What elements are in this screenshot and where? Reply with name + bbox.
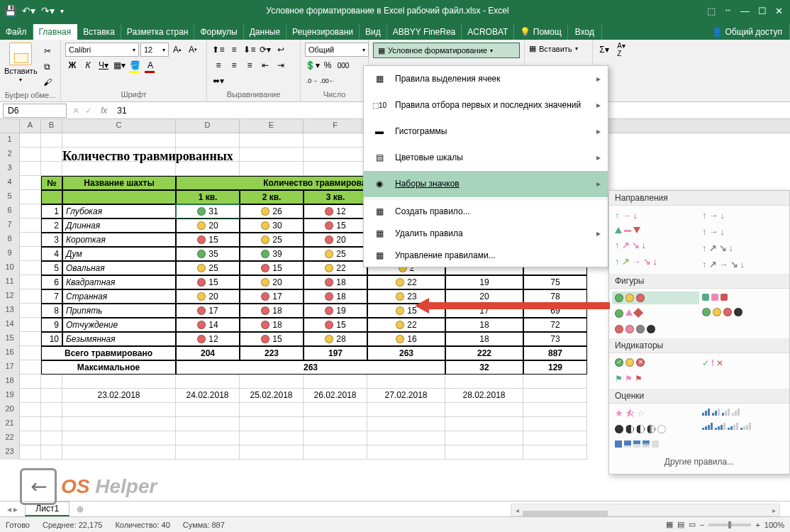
zoom-out-icon[interactable]: − xyxy=(700,521,704,529)
accept-formula-icon[interactable]: ✓ xyxy=(82,106,95,116)
cf-highlight-rules[interactable]: ▦Правила выделения ячеек▸ xyxy=(364,66,608,92)
cell[interactable] xyxy=(304,445,367,460)
shrink-font-icon[interactable]: A▾ xyxy=(186,43,200,57)
cell[interactable] xyxy=(367,417,445,431)
cell[interactable] xyxy=(41,431,62,445)
iconset-3-triangles[interactable] xyxy=(612,225,699,235)
iconset-3-arrows-color[interactable]: ↑→↓ xyxy=(612,209,699,222)
maximize-icon[interactable]: ☐ xyxy=(758,6,767,16)
number-format-select[interactable]: Общий▾ xyxy=(305,43,369,57)
iconset-5-arrows-gray[interactable]: ↑↗→↘↓ xyxy=(699,257,786,271)
bold-icon[interactable]: Ж xyxy=(65,58,79,72)
iconset-4-arrows-gray[interactable]: ↑↗↘↓ xyxy=(699,241,786,255)
cut-icon[interactable]: ✂ xyxy=(40,44,55,58)
tab-insert[interactable]: Вставка xyxy=(77,24,121,40)
zoom-level[interactable]: 100% xyxy=(764,521,784,529)
zoom-in-icon[interactable]: + xyxy=(755,521,760,529)
percent-icon[interactable]: % xyxy=(321,58,335,72)
copy-icon[interactable]: ⧉ xyxy=(40,60,55,74)
col-F[interactable]: F xyxy=(304,119,367,133)
minimize-icon[interactable]: — xyxy=(740,6,750,16)
row-header[interactable]: 3 xyxy=(0,162,20,176)
fill-color-icon[interactable]: 🪣 xyxy=(128,58,142,72)
cf-data-bars[interactable]: ▬Гистограммы▸ xyxy=(364,118,608,145)
cell[interactable] xyxy=(240,417,304,431)
row-header[interactable]: 1 xyxy=(0,133,20,148)
cell[interactable] xyxy=(20,403,41,417)
cell[interactable] xyxy=(445,403,523,417)
iconset-3-symbols-circled[interactable]: ✓!✕ xyxy=(612,356,699,369)
comma-icon[interactable]: 000 xyxy=(336,58,350,72)
tab-data[interactable]: Данные xyxy=(244,24,286,40)
font-size-select[interactable]: 12 ▾ xyxy=(140,43,169,57)
wrap-icon[interactable]: ↩ xyxy=(274,43,288,57)
cell[interactable] xyxy=(304,133,367,148)
insert-cells-icon[interactable]: ▦ xyxy=(529,44,536,53)
link-icon[interactable]: ↔ xyxy=(724,6,732,16)
sort-filter-icon[interactable]: A▾Z xyxy=(614,43,628,57)
insert-label[interactable]: Вставить xyxy=(539,45,572,53)
cell[interactable] xyxy=(20,431,41,445)
tab-acrobat[interactable]: ACROBAT xyxy=(462,24,514,40)
cell[interactable] xyxy=(367,375,445,389)
cell[interactable] xyxy=(41,162,62,176)
cell[interactable] xyxy=(304,162,367,176)
cell[interactable] xyxy=(240,375,304,389)
iconset-5-boxes[interactable] xyxy=(612,438,699,450)
iconset-3-traffic-unrimmed[interactable] xyxy=(612,292,699,304)
row-header[interactable]: 22 xyxy=(0,431,20,445)
zoom-slider[interactable] xyxy=(708,523,751,526)
cell[interactable] xyxy=(523,417,587,431)
row-header[interactable]: 18 xyxy=(0,375,20,389)
cf-color-scales[interactable]: ▤Цветовые шкалы▸ xyxy=(364,145,608,171)
qat-more-icon[interactable]: ▾ xyxy=(60,7,64,15)
inc-decimal-icon[interactable]: .0→ xyxy=(305,74,319,88)
cf-manage-rules[interactable]: ▦Управление правилами... xyxy=(364,245,608,267)
col-A[interactable]: A xyxy=(20,119,41,133)
underline-icon[interactable]: Ч▾ xyxy=(96,58,111,72)
cell[interactable] xyxy=(41,403,62,417)
cell[interactable] xyxy=(62,417,176,431)
align-top-icon[interactable]: ⬆≡ xyxy=(211,43,226,57)
redo-icon[interactable]: ↷▾ xyxy=(41,5,55,16)
ribbon-opts-icon[interactable]: ⬚ xyxy=(707,6,716,16)
cell[interactable] xyxy=(62,431,176,445)
signin-button[interactable]: Вход xyxy=(568,24,602,40)
col-E[interactable]: E xyxy=(240,119,304,133)
cell[interactable] xyxy=(367,403,445,417)
cell[interactable] xyxy=(367,445,445,460)
cell[interactable] xyxy=(176,445,240,460)
col-B[interactable]: B xyxy=(41,119,62,133)
cell[interactable] xyxy=(304,417,367,431)
format-painter-icon[interactable]: 🖌 xyxy=(40,75,55,89)
cell[interactable] xyxy=(304,375,367,389)
cell[interactable]: Количество травмированных xyxy=(62,148,176,162)
cell[interactable] xyxy=(62,133,176,148)
cell[interactable] xyxy=(523,445,587,460)
iconset-4-arrows-color[interactable]: ↑↗↘↓ xyxy=(612,238,699,252)
iconset-3-arrows-gray2[interactable]: ↑→↓ xyxy=(699,225,786,238)
cell[interactable] xyxy=(445,417,523,431)
merge-icon[interactable]: ⬌▾ xyxy=(211,74,226,88)
share-button[interactable]: 👤 Общий доступ xyxy=(705,24,790,40)
grow-font-icon[interactable]: A▴ xyxy=(170,43,184,57)
iconsets-more-rules[interactable]: Другие правила... xyxy=(609,453,789,471)
tab-formulas[interactable]: Формулы xyxy=(194,24,243,40)
cell[interactable] xyxy=(240,133,304,148)
cell[interactable] xyxy=(62,445,176,460)
cell[interactable] xyxy=(62,403,176,417)
cell[interactable] xyxy=(20,375,41,389)
iconset-3-arrows-gray[interactable]: ↑→↓ xyxy=(699,209,786,222)
row-header[interactable]: 23 xyxy=(0,445,20,460)
iconset-3-traffic-rimmed[interactable] xyxy=(699,292,786,303)
cell[interactable] xyxy=(240,431,304,445)
fx-icon[interactable]: fx xyxy=(95,106,113,116)
font-color-icon[interactable]: A xyxy=(143,58,157,72)
iconset-3-stars[interactable]: ★⯪☆ xyxy=(612,406,699,420)
row-header[interactable]: 21 xyxy=(0,417,20,431)
cell[interactable] xyxy=(367,431,445,445)
align-left-icon[interactable]: ≡ xyxy=(211,58,226,72)
cell[interactable] xyxy=(176,403,240,417)
cell[interactable] xyxy=(20,133,41,148)
paste-button[interactable]: Вставить▾ xyxy=(4,43,38,89)
